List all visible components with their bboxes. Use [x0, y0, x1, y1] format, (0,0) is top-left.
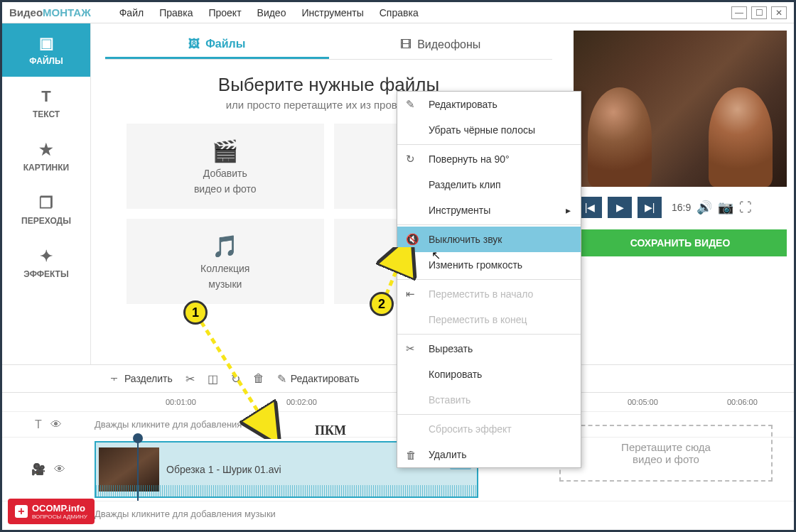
- rotate-icon: ↻: [406, 153, 415, 165]
- tab-files[interactable]: 🖼 Файлы: [105, 31, 329, 59]
- ctx-copy[interactable]: Копировать: [397, 362, 581, 387]
- ctx-edit[interactable]: ✎Редактировать: [397, 92, 581, 117]
- playback-controls: |◀ ▶ ▶| 16:9 🔊 📷 ⛶: [574, 192, 787, 222]
- clapper-icon: 🎬: [212, 139, 238, 163]
- sidebar-item-transitions[interactable]: ❐ПЕРЕХОДЫ: [2, 183, 90, 237]
- next-button[interactable]: ▶|: [638, 197, 662, 218]
- sidebar-item-images[interactable]: ★КАРТИНКИ: [2, 130, 90, 183]
- waveform: [96, 485, 480, 496]
- mouse-cursor-icon: ↖: [431, 249, 441, 262]
- window-controls: — ☐ ✕: [731, 6, 787, 19]
- ctx-reset-effect: Сбросить эффект: [397, 416, 581, 442]
- menubar: Файл Правка Проект Видео Инструменты Спр…: [119, 7, 419, 18]
- card-add-video[interactable]: 🎬Добавитьвидео и фото: [127, 124, 324, 209]
- chevron-right-icon: ▸: [566, 205, 571, 216]
- sidebar-item-effects[interactable]: ✦ЭФФЕКТЫ: [2, 237, 90, 290]
- ctx-volume[interactable]: Изменить громкость: [397, 252, 581, 278]
- context-menu: ✎Редактировать Убрать чёрные полосы ↻Пов…: [397, 91, 581, 468]
- ctx-tools[interactable]: Инструменты▸: [397, 197, 581, 223]
- transitions-icon: ❐: [39, 194, 53, 212]
- annotation-label: ПКМ: [315, 423, 346, 438]
- minimize-button[interactable]: —: [731, 6, 747, 19]
- split-button[interactable]: ⫟Разделить: [109, 372, 173, 385]
- titlebar: ВидеоМОНТАЖ Файл Правка Проект Видео Инс…: [2, 2, 794, 23]
- files-icon: ▣: [39, 34, 54, 53]
- menu-help[interactable]: Справка: [380, 7, 419, 18]
- playhead[interactable]: [137, 438, 139, 501]
- ctx-cut[interactable]: ✂Вырезать: [397, 336, 581, 362]
- ctx-split[interactable]: Разделить клип: [397, 172, 581, 197]
- ctx-mute[interactable]: 🔇Выключить звук: [397, 227, 581, 252]
- ctx-move-end: Переместить в конец: [397, 307, 581, 332]
- video-track-icon: 🎥: [31, 462, 45, 476]
- save-video-button[interactable]: СОХРАНИТЬ ВИДЕО: [574, 229, 787, 256]
- eye-icon[interactable]: 👁: [50, 418, 62, 431]
- ctx-paste: Вставить: [397, 387, 581, 413]
- menu-project[interactable]: Проект: [208, 7, 241, 18]
- music-icon: 🎵: [212, 234, 238, 259]
- clip-name: Обрезка 1 - Шурик 01.avi: [166, 464, 281, 475]
- effects-icon: ✦: [40, 247, 53, 266]
- trash-icon: 🗑: [406, 449, 416, 461]
- sidebar-item-text[interactable]: TТЕКСТ: [2, 77, 90, 130]
- scissors-icon: ✂: [406, 342, 415, 355]
- eye-icon[interactable]: 👁: [54, 463, 65, 476]
- tabs: 🖼 Файлы 🎞 Видеофоны: [105, 31, 552, 60]
- card-music[interactable]: 🎵Коллекциямузыки: [127, 219, 324, 304]
- annotation-arrow-1: [198, 318, 283, 439]
- sidebar-item-files[interactable]: ▣ФАЙЛЫ: [2, 23, 90, 77]
- images-icon: ★: [39, 141, 53, 159]
- ctx-delete[interactable]: 🗑Удалить: [397, 442, 581, 467]
- watermark: + OCOMP.infoВОПРОСЫ АДМИНУ: [8, 499, 95, 524]
- music-track[interactable]: ♪👁 Дважды кликните для добавления музыки: [2, 501, 794, 526]
- pencil-icon: ✎: [406, 98, 415, 111]
- ctx-rotate[interactable]: ↻Повернуть на 90°: [397, 146, 581, 172]
- cut-icon[interactable]: ✂: [185, 372, 195, 386]
- close-button[interactable]: ✕: [771, 6, 787, 19]
- volume-icon[interactable]: 🔊: [696, 200, 712, 215]
- menu-file[interactable]: Файл: [119, 7, 144, 18]
- preview-panel: |◀ ▶ ▶| 16:9 🔊 📷 ⛶ СОХРАНИТЬ ВИДЕО: [566, 23, 794, 364]
- menu-video[interactable]: Видео: [257, 7, 286, 18]
- ctx-remove-bars[interactable]: Убрать чёрные полосы: [397, 117, 581, 143]
- prev-button[interactable]: |◀: [578, 197, 602, 218]
- video-preview[interactable]: [574, 31, 787, 187]
- ctx-move-start: ⇤Переместить в начало: [397, 281, 581, 307]
- drop-zone[interactable]: Перетащите сюда видео и фото: [559, 425, 773, 482]
- tab-backgrounds[interactable]: 🎞 Видеофоны: [329, 31, 553, 59]
- menu-edit[interactable]: Правка: [159, 7, 193, 18]
- plus-icon: +: [15, 505, 28, 518]
- split-icon: ⫟: [109, 372, 120, 385]
- svg-line-0: [201, 322, 269, 428]
- app-logo: ВидеоМОНТАЖ: [9, 6, 91, 18]
- menu-tools[interactable]: Инструменты: [301, 7, 363, 18]
- left-sidebar: ▣ФАЙЛЫ TТЕКСТ ★КАРТИНКИ ❐ПЕРЕХОДЫ ✦ЭФФЕК…: [2, 23, 91, 364]
- edit-button[interactable]: ✎Редактировать: [277, 372, 360, 386]
- aspect-ratio: 16:9: [672, 202, 691, 213]
- fullscreen-icon[interactable]: ⛶: [739, 200, 752, 215]
- annotation-badge-1: 1: [183, 300, 208, 325]
- play-button[interactable]: ▶: [608, 197, 632, 218]
- annotation-badge-2: 2: [370, 292, 394, 316]
- mute-icon: 🔇: [406, 233, 419, 246]
- text-icon: T: [41, 87, 50, 106]
- text-track-icon: T: [35, 418, 42, 431]
- snapshot-icon[interactable]: 📷: [718, 200, 733, 215]
- maximize-button[interactable]: ☐: [751, 6, 767, 19]
